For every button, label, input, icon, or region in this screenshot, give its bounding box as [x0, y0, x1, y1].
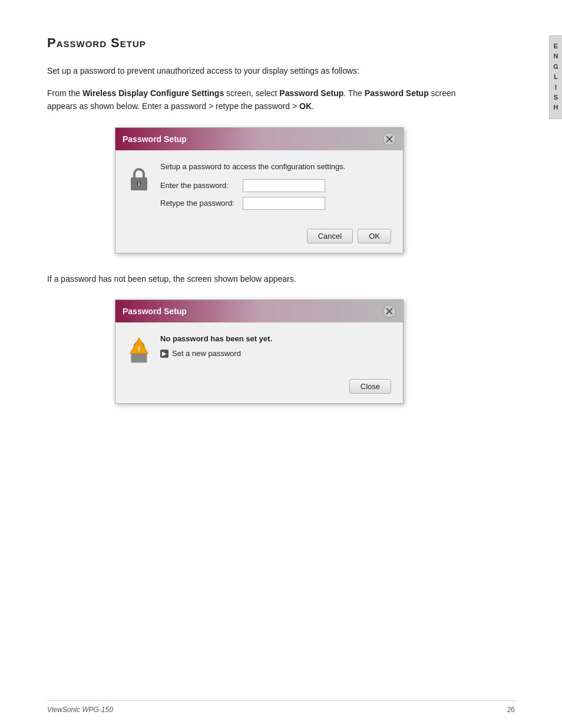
close-button[interactable]: Close [349, 379, 391, 394]
dialog1-wrapper: Password Setup [47, 127, 471, 253]
field1-row: Enter the password: [160, 179, 391, 192]
field1-label: Enter the password: [160, 181, 237, 190]
page-title: Password Setup [47, 35, 471, 51]
sidebar-letter-n: N [554, 52, 558, 61]
dialog1-content-row: i Setup a password to access the configu… [127, 162, 391, 215]
sidebar-letter-l: L [554, 73, 558, 81]
password-retype-input[interactable] [243, 197, 325, 210]
dialog1-body: i Setup a password to access the configu… [115, 150, 403, 253]
password-setup-dialog1: Password Setup [115, 127, 404, 253]
between-text: If a password has not been setup, the sc… [47, 272, 471, 285]
body-text: From the Wireless Display Configure Sett… [47, 87, 471, 113]
warning-lock-icon: ! [127, 337, 151, 365]
footer-brand: ViewSonic WPG-150 [47, 706, 113, 714]
sidebar-letter-g: G [553, 62, 558, 71]
dialog1-buttons: Cancel OK [127, 224, 391, 243]
page-footer: ViewSonic WPG-150 26 [47, 700, 515, 714]
svg-text:!: ! [138, 344, 140, 353]
dialog1-title: Password Setup [123, 134, 187, 144]
sidebar-english-tab: E N G L I S H [549, 35, 562, 119]
dialog1-titlebar: Password Setup [115, 128, 403, 150]
dialog2-content-row: ! No password has been set yet. ▶ Set a … [127, 334, 391, 365]
intro-text: Set up a password to prevent unauthorize… [47, 65, 471, 77]
dialog2-title: Password Setup [123, 307, 187, 316]
sidebar-letter-h: H [554, 103, 558, 112]
no-password-text: No password has been set yet. [160, 334, 391, 343]
password-setup-dialog2: Password Setup [115, 299, 404, 404]
dialog1-fields: Setup a password to access the configura… [160, 162, 391, 215]
sidebar-letter-s: S [554, 93, 558, 102]
set-new-password-link[interactable]: ▶ Set a new password [160, 349, 391, 358]
link-arrow-icon: ▶ [160, 350, 168, 358]
dialog2-titlebar: Password Setup [115, 300, 403, 322]
close-icon [386, 308, 393, 315]
footer-page-number: 26 [507, 706, 515, 714]
field2-row: Retype the password: [160, 197, 391, 210]
dialog1-close-button[interactable] [383, 133, 396, 146]
dialog2-fields: No password has been set yet. ▶ Set a ne… [160, 334, 391, 358]
sidebar-letter-e: E [554, 42, 558, 51]
dialog2-close-button[interactable] [383, 305, 396, 318]
password-enter-input[interactable] [243, 179, 325, 192]
svg-text:i: i [138, 181, 140, 187]
dialog2-buttons: Close [127, 374, 391, 394]
set-new-label: Set a new password [172, 349, 241, 358]
close-icon [386, 136, 393, 143]
dialog1-description: Setup a password to access the configura… [160, 162, 391, 171]
cancel-button[interactable]: Cancel [307, 229, 353, 243]
ok-button[interactable]: OK [358, 229, 391, 243]
field2-label: Retype the password: [160, 199, 237, 207]
dialog2-wrapper: Password Setup [47, 299, 471, 404]
lock-icon: i [127, 164, 151, 193]
sidebar-letter-i: I [555, 83, 557, 92]
dialog2-body: ! No password has been set yet. ▶ Set a … [115, 322, 403, 403]
